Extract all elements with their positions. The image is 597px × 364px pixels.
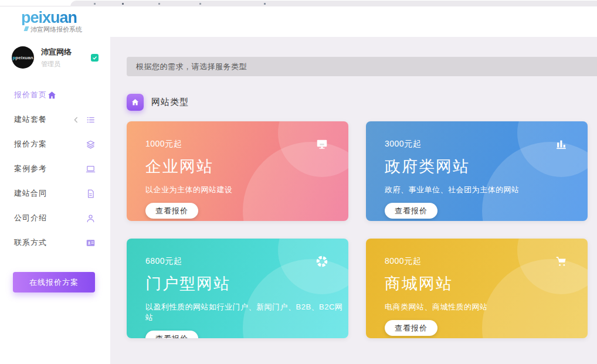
home-icon [127, 94, 144, 111]
sidebar-item-list[interactable]: 建站套餐 [0, 107, 110, 132]
card-desc: 以盈利性质的网站如行业门户、新闻门户、B2B、B2C网站 [145, 302, 348, 323]
app-window: peixuan 沛宣网络报价系统 ppeixuan 沛宣网络 管理员 报价首页 [0, 0, 597, 364]
website-type-card-3: 6800元起 门户型网站 以盈利性质的网站如行业门户、新闻门户、B2B、B2C网… [127, 239, 348, 338]
sidebar-item-user[interactable]: 公司介绍 [0, 206, 110, 230]
list-icon [86, 115, 96, 125]
sidebar-item-layers[interactable]: 报价方案 [0, 132, 110, 157]
sidebar-item-label: 报价方案 [14, 139, 47, 149]
layers-icon [86, 140, 96, 149]
sidebar: ppeixuan 沛宣网络 管理员 报价首页 建站套餐 报价方案 [0, 37, 110, 364]
user-role: 管理员 [41, 60, 72, 69]
sidebar-item-file[interactable]: 建站合同 [0, 181, 110, 206]
sidebar-item-laptop[interactable]: 案例参考 [0, 157, 110, 181]
decor-circle [482, 142, 588, 221]
cart-icon [555, 255, 568, 270]
sidebar-item-label: 案例参考 [14, 164, 47, 174]
contact-card-icon [86, 238, 96, 248]
card-title: 门户型网站 [145, 273, 348, 294]
online-quote-button[interactable]: 在线报价方案 [13, 272, 95, 292]
aperture-icon [316, 255, 328, 270]
main-content: 根据您的需求，请选择服务类型 网站类型 1000元起 企业网站 以企业为主体的网… [110, 37, 597, 364]
card-title: 商城网站 [385, 273, 588, 294]
view-quote-button[interactable]: 查看报价 [385, 203, 437, 219]
browser-omnibox-remnant [70, 1, 597, 6]
user-profile: ppeixuan 沛宣网络 管理员 [0, 37, 110, 76]
sidebar-item-label: 建站合同 [14, 188, 47, 199]
sidebar-item-label: 公司介绍 [14, 213, 47, 223]
section-title: 网站类型 [151, 97, 189, 108]
bar-chart-icon [555, 138, 568, 153]
website-type-card-1: 1000元起 企业网站 以企业为主体的网站建设 查看报价 [127, 121, 348, 221]
brand-logo-subtitle: 沛宣网络报价系统 [21, 25, 82, 34]
decor-circle [482, 259, 588, 338]
sidebar-item-label: 联系方式 [14, 237, 47, 248]
home-icon [47, 90, 57, 100]
view-quote-button[interactable]: 查看报价 [145, 203, 198, 219]
card-title: 政府类网站 [385, 156, 588, 177]
view-quote-button[interactable]: 查看报价 [145, 331, 198, 338]
browser-chrome-strip [0, 0, 597, 6]
card-desc: 政府、事业单位、社会团为主体的网站 [385, 185, 588, 195]
user-icon [86, 213, 96, 223]
sidebar-item-contact-card[interactable]: 联系方式 [0, 230, 110, 255]
decor-circle [243, 142, 348, 221]
check-badge-icon [91, 54, 99, 62]
notice-bar: 根据您的需求，请选择服务类型 [127, 57, 597, 76]
brand-logo-text: peixuan [21, 10, 82, 25]
decor-circle [243, 259, 348, 338]
website-type-cards: 1000元起 企业网站 以企业为主体的网站建设 查看报价 3000元起 政府类网… [127, 121, 597, 338]
section-header: 网站类型 [127, 94, 597, 111]
chevron-left-icon [71, 115, 81, 125]
app-header: peixuan 沛宣网络报价系统 [0, 6, 597, 37]
sidebar-nav: 报价首页 建站套餐 报价方案 案例参考 建站合同 公司介绍 [0, 83, 110, 255]
website-type-card-4: 8000元起 商城网站 电商类网站、商城性质的网站 查看报价 [366, 239, 588, 338]
avatar: ppeixuan [12, 46, 34, 69]
file-icon [86, 189, 96, 199]
website-type-card-2: 3000元起 政府类网站 政府、事业单位、社会团为主体的网站 查看报价 [366, 121, 588, 221]
laptop-icon [86, 164, 96, 174]
user-name: 沛宣网络 [41, 47, 72, 57]
view-quote-button[interactable]: 查看报价 [385, 320, 437, 336]
card-desc: 以企业为主体的网站建设 [145, 185, 348, 195]
card-desc: 电商类网站、商城性质的网站 [385, 302, 588, 312]
sidebar-item-label: 报价首页 [14, 90, 47, 100]
sidebar-item-label: 建站套餐 [14, 114, 47, 125]
sidebar-item-home[interactable]: 报价首页 [0, 83, 110, 107]
card-title: 企业网站 [145, 156, 348, 177]
avatar-text: peixuan [15, 55, 33, 60]
monitor-icon [316, 138, 328, 153]
brand-logo: peixuan 沛宣网络报价系统 [21, 10, 82, 34]
